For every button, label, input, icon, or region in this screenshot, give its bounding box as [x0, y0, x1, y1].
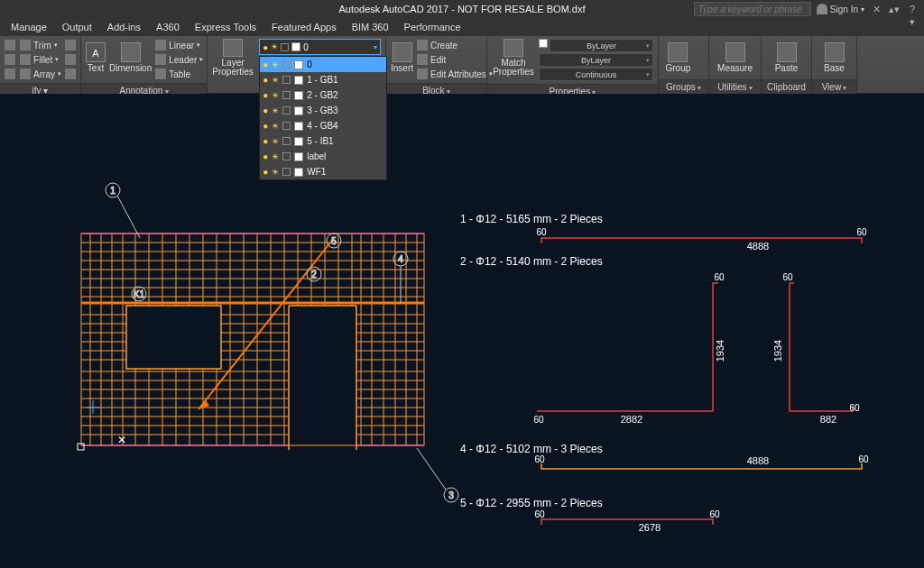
layer-option[interactable]: ●☀1 - GB1: [260, 72, 386, 87]
color-swatch: [294, 60, 303, 69]
tab-featuredapps[interactable]: Featured Apps: [264, 20, 344, 34]
insert-button[interactable]: Insert: [391, 39, 413, 77]
create-icon: [417, 40, 428, 50]
base-button[interactable]: Base: [817, 39, 852, 77]
color-swatch[interactable]: [539, 39, 548, 48]
color-dropdown[interactable]: ByLayer: [550, 39, 653, 52]
svg-text:4888: 4888: [747, 455, 769, 466]
paste-icon: [777, 42, 797, 62]
panel-groups-label[interactable]: Groups: [659, 79, 708, 94]
layer-option[interactable]: ●☀3 - GB3: [260, 103, 386, 118]
edit-block-button[interactable]: Edit: [417, 53, 493, 66]
drawing-canvas[interactable]: ✕ 1 5 2 4 3 K1 1 - Φ12 - 5165 mm - 2 Pie…: [0, 94, 924, 568]
gen-icon[interactable]: [697, 60, 704, 69]
panel-view-label[interactable]: View: [812, 79, 856, 94]
svg-text:1: 1: [110, 186, 116, 196]
tab-output[interactable]: Output: [55, 20, 99, 34]
layer-option[interactable]: ●☀WF1: [260, 164, 386, 179]
layer-option[interactable]: ●☀2 - GB2: [260, 87, 386, 103]
title-bar: Autodesk AutoCAD 2017 - NOT FOR RESALE B…: [0, 0, 924, 18]
copy-icon: [5, 54, 15, 65]
group-button[interactable]: Group: [663, 39, 693, 77]
color-swatch: [291, 42, 300, 51]
svg-line-100: [417, 448, 446, 490]
help-search-input[interactable]: [694, 2, 811, 16]
copy-button[interactable]: [5, 53, 16, 66]
tab-expresstools[interactable]: Express Tools: [188, 20, 263, 34]
sun-icon: ☀: [272, 137, 279, 146]
panel-utilities-label[interactable]: Utilities: [709, 79, 761, 94]
linear-button[interactable]: Linear▾: [155, 39, 203, 51]
match-icon: [504, 39, 523, 57]
lock-icon: [282, 152, 291, 160]
tab-a360[interactable]: A360: [149, 20, 187, 34]
dropdown-arrow-icon: ▾: [374, 43, 377, 51]
group-icon: [668, 42, 688, 62]
svg-text:2: 2: [311, 270, 317, 279]
svg-text:60: 60: [709, 509, 720, 519]
layer-dropdown[interactable]: ● ☀ 0 ▾ ●☀0●☀1 - GB1●☀2 - GB2●☀3 - GB3●☀…: [259, 39, 381, 55]
layer-option[interactable]: ●☀4 - GB4: [260, 118, 386, 133]
layer-option[interactable]: ●☀5 - IB1: [260, 133, 386, 149]
color-swatch: [294, 76, 303, 85]
tab-addins[interactable]: Add-ins: [100, 20, 148, 34]
tab-bim360[interactable]: BIM 360: [345, 20, 396, 34]
trim-button[interactable]: Trim▾: [20, 39, 61, 51]
paste-button[interactable]: Paste: [766, 39, 807, 77]
dimension-icon: [121, 42, 141, 62]
layer-option[interactable]: ●☀label: [260, 149, 386, 164]
gen-icon: [65, 69, 76, 79]
stretch-icon: [5, 69, 15, 79]
tab-manage[interactable]: Manage: [4, 20, 54, 34]
gen-icon[interactable]: [697, 50, 704, 59]
bulb-icon: ●: [263, 75, 268, 85]
exchange-icon[interactable]: ✕: [870, 3, 882, 15]
bulb-icon: ●: [263, 90, 268, 100]
stretch-button[interactable]: [5, 68, 16, 80]
svg-text:60: 60: [856, 227, 867, 237]
sun-icon: ☀: [271, 42, 278, 51]
svg-text:60: 60: [534, 509, 545, 519]
erase-button[interactable]: [5, 39, 16, 51]
match-properties-button[interactable]: Match Properties: [492, 39, 535, 77]
sun-icon: ☀: [272, 60, 279, 69]
layer-option[interactable]: ●☀0: [260, 57, 386, 72]
modify-extra-1[interactable]: [65, 39, 76, 51]
editattr-icon: [417, 69, 428, 79]
lineweight-dropdown[interactable]: ByLayer: [539, 53, 653, 67]
modify-extra-2[interactable]: [65, 53, 76, 66]
text-button[interactable]: A Text: [86, 39, 106, 77]
svg-text:1 - Φ12 - 5165 mm - 2 Pieces: 1 - Φ12 - 5165 mm - 2 Pieces: [460, 213, 603, 225]
table-icon: [155, 69, 166, 79]
stayconnected-icon[interactable]: ▴▾: [888, 3, 901, 15]
fillet-button[interactable]: Fillet▾: [20, 53, 61, 66]
edit-attributes-button[interactable]: Edit Attributes▾: [417, 68, 493, 80]
table-button[interactable]: Table: [155, 68, 203, 80]
measure-button[interactable]: Measure: [714, 39, 756, 77]
linetype-dropdown[interactable]: Continuous: [539, 68, 653, 81]
sun-icon: ☀: [272, 91, 279, 100]
insert-icon: [393, 42, 412, 62]
create-block-button[interactable]: Create: [417, 39, 493, 51]
ribbon: Trim▾ Fillet▾ Array▾ ify ▾ A Text Dimens…: [0, 36, 924, 94]
gen-icon: [65, 54, 76, 65]
modify-extra-3[interactable]: [65, 68, 76, 80]
svg-text:2678: 2678: [639, 522, 661, 533]
help-icon[interactable]: ? ▾: [906, 3, 919, 15]
layer-properties-button[interactable]: Layer Properties: [212, 39, 254, 77]
svg-text:60: 60: [536, 227, 547, 237]
svg-text:5 - Φ12 - 2955 mm - 2 Pieces: 5 - Φ12 - 2955 mm - 2 Pieces: [460, 497, 603, 509]
array-button[interactable]: Array▾: [20, 68, 61, 80]
tab-performance[interactable]: Performance: [397, 20, 468, 34]
lock-icon: [281, 43, 289, 51]
dimension-button[interactable]: Dimension: [109, 39, 152, 77]
signin-button[interactable]: Sign In▾: [817, 4, 864, 14]
bulb-icon: ●: [263, 42, 268, 52]
panel-clipboard-label[interactable]: Clipboard: [762, 79, 811, 94]
leader-button[interactable]: Leader▾: [155, 53, 203, 66]
svg-text:60: 60: [858, 454, 869, 464]
bulb-icon: ●: [263, 151, 268, 161]
svg-text:4 - Φ12 - 5102 mm - 3 Pieces: 4 - Φ12 - 5102 mm - 3 Pieces: [460, 443, 603, 455]
gen-icon[interactable]: [697, 39, 704, 48]
bulb-icon: ●: [263, 167, 268, 177]
